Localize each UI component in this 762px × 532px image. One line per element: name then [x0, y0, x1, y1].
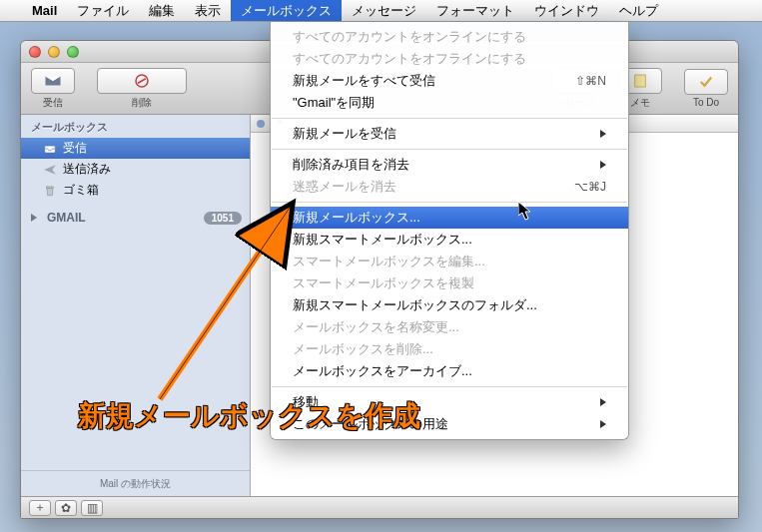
menu-item-label: すべてのアカウントをオフラインにする — [293, 50, 526, 68]
check-icon — [697, 73, 715, 91]
receive-button[interactable] — [31, 68, 75, 94]
nodelete-icon — [133, 72, 151, 90]
menu-item: すべてのアカウントをオフラインにする — [271, 48, 628, 70]
menu-item: スマートメールボックスを編集... — [271, 251, 628, 272]
svg-rect-4 — [45, 146, 56, 153]
menu-item[interactable]: メールボックスをアーカイブ... — [271, 360, 628, 382]
menu-item-label: 削除済み項目を消去 — [293, 156, 409, 174]
menu-shortcut: ⇧⌘N — [575, 74, 606, 88]
menu-shortcut: ⌥⌘J — [574, 180, 606, 194]
sidebar-header: メールボックス — [21, 115, 250, 138]
menu-item[interactable]: このメールボックスの用途 — [271, 413, 628, 435]
menubar: Mail ファイル 編集 表示 メールボックス メッセージ フォーマット ウイン… — [0, 0, 762, 22]
envelope-icon — [44, 72, 62, 90]
menu-item[interactable]: 移動 — [271, 391, 628, 413]
menu-item-label: メールボックスを削除... — [293, 340, 433, 358]
mailbox-menu: すべてのアカウントをオンラインにするすべてのアカウントをオフラインにする新規メー… — [270, 22, 629, 440]
add-button[interactable]: ＋ — [29, 500, 51, 516]
gmail-badge: 1051 — [204, 212, 242, 225]
menu-item: すべてのアカウントをオンラインにする — [271, 26, 628, 48]
action-button[interactable]: ✿ — [55, 500, 77, 516]
sidebar-trash[interactable]: ゴミ箱 — [21, 180, 250, 201]
note-icon — [631, 72, 649, 90]
todo-button[interactable] — [684, 69, 728, 95]
menu-separator — [272, 202, 627, 203]
svg-rect-3 — [635, 75, 646, 87]
menu-item-label: スマートメールボックスを編集... — [293, 253, 485, 270]
menu-item: 迷惑メールを消去⌥⌘J — [271, 176, 628, 198]
menu-item[interactable]: 新規スマートメールボックスのフォルダ... — [271, 294, 628, 316]
svg-rect-5 — [47, 186, 54, 188]
menu-item[interactable]: 新規スマートメールボックス... — [271, 229, 628, 251]
menu-item: メールボックスを削除... — [271, 338, 628, 360]
sidebar-inbox-label: 受信 — [63, 140, 87, 157]
sidebar-inbox[interactable]: 受信 — [21, 138, 250, 159]
menu-item-label: 新規メールボックス... — [293, 209, 420, 227]
status-dot-icon — [257, 120, 265, 128]
memo-label: メモ — [630, 96, 650, 110]
sent-icon — [43, 163, 57, 177]
svg-line-1 — [138, 78, 146, 83]
menu-item-label: メールボックスをアーカイブ... — [293, 362, 472, 380]
menu-edit[interactable]: 編集 — [139, 0, 185, 21]
menu-separator — [272, 386, 627, 387]
menu-item-label: このメールボックスの用途 — [293, 415, 448, 433]
minimize-button[interactable] — [48, 46, 60, 58]
menu-separator — [272, 149, 627, 150]
sidebar-gmail[interactable]: GMAIL 1051 — [21, 209, 250, 227]
delete-button[interactable] — [97, 68, 187, 94]
menu-item-label: 新規メールをすべて受信 — [293, 72, 435, 90]
close-button[interactable] — [29, 46, 41, 58]
disclosure-triangle-icon[interactable] — [31, 214, 37, 222]
menu-item-label: "Gmail"を同期 — [293, 94, 375, 112]
menu-item-label: 新規スマートメールボックスのフォルダ... — [293, 296, 537, 314]
sidebar-sent[interactable]: 送信済み — [21, 159, 250, 180]
menu-item: スマートメールボックスを複製 — [271, 272, 628, 294]
menu-item-label: スマートメールボックスを複製 — [293, 274, 474, 292]
menu-item-label: 移動 — [293, 393, 319, 411]
menu-item[interactable]: 新規メールボックス... — [271, 207, 628, 229]
menu-item-label: 新規メールを受信 — [293, 125, 396, 143]
menu-item-label: すべてのアカウントをオンラインにする — [293, 28, 526, 46]
menu-mailbox[interactable]: メールボックス — [231, 0, 342, 21]
mail-activity[interactable]: Mail の動作状況 — [21, 470, 250, 496]
menu-help[interactable]: ヘルプ — [609, 0, 668, 21]
sidebar-sent-label: 送信済み — [63, 161, 111, 178]
menu-view[interactable]: 表示 — [185, 0, 231, 21]
menu-window[interactable]: ウインドウ — [524, 0, 609, 21]
zoom-button[interactable] — [67, 46, 79, 58]
menu-item[interactable]: 新規メールを受信 — [271, 123, 628, 145]
menu-item[interactable]: "Gmail"を同期 — [271, 92, 628, 114]
submenu-arrow-icon — [600, 161, 606, 169]
submenu-arrow-icon — [600, 420, 606, 428]
menu-item-label: 迷惑メールを消去 — [293, 178, 396, 196]
receive-label: 受信 — [43, 96, 63, 110]
sidebar-trash-label: ゴミ箱 — [63, 182, 99, 199]
menu-format[interactable]: フォーマット — [426, 0, 524, 21]
submenu-arrow-icon — [600, 398, 606, 406]
activity-toggle[interactable]: ▥ — [81, 500, 103, 516]
sidebar: メールボックス 受信 送信済み ゴミ箱 GMAIL 1051 — [21, 115, 251, 496]
statusbar: ＋ ✿ ▥ — [21, 496, 738, 518]
submenu-arrow-icon — [600, 130, 606, 138]
sidebar-gmail-label: GMAIL — [47, 211, 86, 225]
menu-item-label: 新規スマートメールボックス... — [293, 231, 472, 249]
app-menu[interactable]: Mail — [22, 0, 67, 21]
inbox-icon — [43, 142, 57, 156]
trash-icon — [43, 184, 57, 198]
todo-label: To Do — [693, 97, 719, 108]
menu-item-label: メールボックスを名称変更... — [293, 318, 459, 336]
menu-item[interactable]: 新規メールをすべて受信⇧⌘N — [271, 70, 628, 92]
menu-item: メールボックスを名称変更... — [271, 316, 628, 338]
menu-item[interactable]: 削除済み項目を消去 — [271, 154, 628, 176]
menu-file[interactable]: ファイル — [67, 0, 139, 21]
delete-label: 削除 — [132, 96, 152, 110]
menu-message[interactable]: メッセージ — [342, 0, 426, 21]
menu-separator — [272, 118, 627, 119]
